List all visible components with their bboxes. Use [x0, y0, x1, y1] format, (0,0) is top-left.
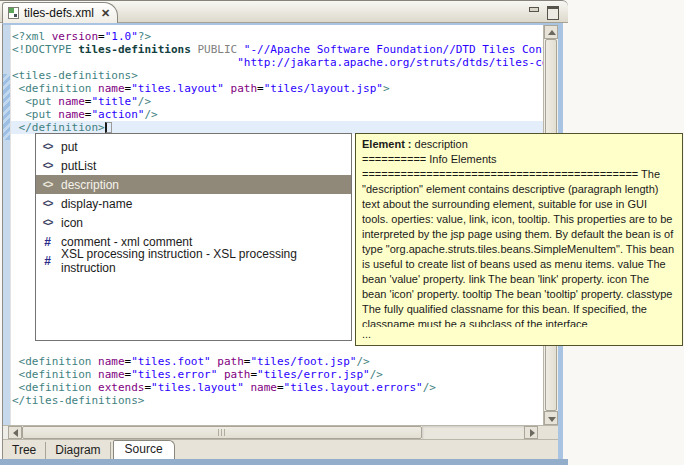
- code-line: <put name="action"/>: [12, 108, 543, 121]
- doc-section-line: ========== Info Elements: [362, 152, 676, 167]
- completion-item-label: putList: [61, 159, 96, 173]
- editor-tab-tiles-defs[interactable]: tiles-defs.xml ✕: [2, 2, 118, 23]
- completion-item-put[interactable]: <>put: [36, 137, 351, 156]
- page-tab-source[interactable]: Source: [113, 440, 175, 459]
- code-line: <definition name="tiles.layout" path="ti…: [12, 82, 543, 95]
- xml-element-icon: <>: [40, 198, 55, 209]
- code-line: <?xml version="1.0"?>: [12, 30, 543, 43]
- xml-element-icon: <>: [40, 160, 55, 171]
- completion-item-label: description: [61, 178, 119, 192]
- close-icon[interactable]: ✕: [99, 7, 110, 20]
- doc-title-value: description: [412, 138, 468, 150]
- tab-title: tiles-defs.xml: [24, 6, 94, 20]
- code-line: </tiles-definitions>: [12, 394, 436, 407]
- code-line: <put name="title"/>: [12, 95, 543, 108]
- minimize-icon[interactable]: [528, 6, 540, 16]
- scroll-right-button[interactable]: [524, 426, 538, 439]
- completion-item-display-name[interactable]: <>display-name: [36, 194, 351, 213]
- tabfolder-bottom-strip: [0, 459, 568, 465]
- code-line: <definition name="tiles.foot" path="tile…: [12, 355, 436, 368]
- page-tab-diagram[interactable]: Diagram: [46, 442, 110, 459]
- arrow-left-icon: [13, 429, 18, 437]
- xml-element-icon: <>: [40, 217, 55, 228]
- doc-info-panel: Element : description ========== Info El…: [355, 133, 683, 346]
- doc-title: Element : description: [362, 137, 676, 152]
- arrow-right-icon: [530, 429, 535, 437]
- horizontal-scroll-thumb[interactable]: [22, 426, 422, 439]
- doc-title-label: Element :: [362, 138, 412, 150]
- scrollbar-corner: [538, 426, 558, 439]
- completion-item-label: put: [61, 140, 78, 154]
- arrow-down-icon: [548, 417, 556, 422]
- completion-item-putList[interactable]: <>putList: [36, 156, 351, 175]
- code-line: <!DOCTYPE tiles-definitions PUBLIC "-//A…: [12, 43, 543, 56]
- completion-item-description[interactable]: <>description: [36, 175, 351, 194]
- eclipse-xml-editor-window: { "tab": { "title": "tiles-defs.xml", "c…: [0, 0, 684, 465]
- code-block-bottom: <definition name="tiles.foot" path="tile…: [12, 355, 436, 407]
- completion-item-icon[interactable]: <>icon: [36, 213, 351, 232]
- completion-item-label: display-name: [61, 197, 132, 211]
- completion-item-label: icon: [61, 216, 83, 230]
- code-line: <tiles-definitions>: [12, 69, 543, 82]
- code-line: <definition name="tiles.error" path="til…: [12, 368, 436, 381]
- page-tab-row: TreeDiagramSource: [3, 439, 558, 459]
- marker-ruler: [3, 25, 11, 425]
- code-line: "http://jakarta.apache.org/struts/dtds/t…: [12, 56, 543, 69]
- xml-element-icon: <>: [40, 141, 55, 152]
- scroll-up-button[interactable]: [544, 25, 558, 39]
- scroll-down-button[interactable]: [544, 411, 558, 425]
- scroll-left-button[interactable]: [8, 426, 22, 439]
- content-assist-popup: <>put<>putList<>description<>display-nam…: [35, 133, 352, 341]
- maximize-icon[interactable]: [546, 6, 558, 16]
- completion-item-label: XSL processing instruction - XSL process…: [61, 247, 351, 275]
- xml-element-icon: <>: [40, 179, 55, 190]
- xml-file-icon: [8, 7, 19, 19]
- arrow-up-icon: [548, 30, 556, 35]
- doc-ellipsis: ...: [362, 327, 676, 342]
- completion-item-XSL[interactable]: #XSL processing instruction - XSL proces…: [36, 251, 351, 270]
- processing-instruction-icon: #: [40, 235, 55, 249]
- horizontal-scroll-track[interactable]: [422, 426, 524, 439]
- code-line: <definition extends="tiles.layout" name=…: [12, 381, 436, 394]
- page-tab-tree[interactable]: Tree: [3, 442, 46, 459]
- text-caret: [105, 122, 112, 133]
- horizontal-scrollbar[interactable]: [3, 425, 558, 439]
- doc-body-text: ========================================…: [362, 167, 676, 327]
- editor-tab-bar: tiles-defs.xml ✕: [0, 0, 568, 23]
- processing-instruction-icon: #: [40, 254, 55, 268]
- view-buttons: [528, 6, 558, 16]
- range-indicator: [3, 74, 10, 140]
- code-block-top: <?xml version="1.0"?><!DOCTYPE tiles-def…: [12, 30, 543, 134]
